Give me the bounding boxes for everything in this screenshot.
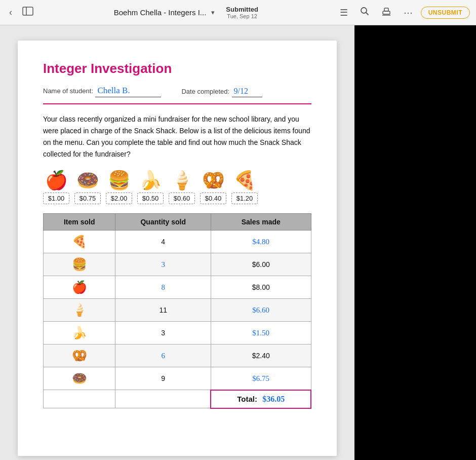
table-row: 🥨 6 $2.40 — [44, 344, 311, 367]
food-icon-col: 🍦 $0.60 — [169, 171, 195, 204]
back-button[interactable]: ‹ — [6, 5, 15, 20]
page: Integer Investigation Name of student: C… — [18, 41, 337, 456]
more-button[interactable]: ⋯ — [400, 5, 417, 20]
food-emoji: 🍩 — [76, 171, 99, 189]
date-value: 9/12 — [232, 87, 262, 97]
total-empty-1 — [44, 390, 115, 408]
price-box: $2.00 — [106, 193, 132, 204]
table-cell-qty: 6 — [115, 344, 211, 367]
table-cell-qty: 8 — [115, 276, 211, 299]
food-icon-col: 🍕 $1.20 — [231, 171, 258, 204]
food-icon-col: 🍎 $1.00 — [43, 171, 69, 204]
price-box: $1.20 — [231, 193, 258, 204]
table-cell-icon: 🍔 — [44, 253, 115, 276]
table-cell-sales: $4.80 — [211, 231, 311, 253]
list-button[interactable]: ☰ — [336, 5, 352, 20]
table-cell-sales: $1.50 — [211, 322, 311, 344]
food-emoji: 🥨 — [202, 171, 225, 189]
table-row: 🍕 4 $4.80 — [44, 231, 311, 253]
price-box: $0.60 — [169, 193, 195, 204]
submitted-date: Tue, Sep 12 — [227, 13, 257, 19]
food-icon-col: 🍌 $0.50 — [137, 171, 164, 204]
table-cell-qty: 3 — [115, 322, 211, 344]
food-icons-row: 🍎 $1.00 🍩 $0.75 🍔 $2.00 🍌 $0.50 🍦 $0.60 … — [43, 171, 311, 204]
total-row: Total: $36.05 — [44, 390, 311, 408]
price-box: $1.00 — [43, 193, 69, 204]
food-emoji: 🍦 — [171, 171, 193, 189]
table-cell-sales: $2.40 — [211, 344, 311, 367]
table-cell-icon: 🍦 — [44, 299, 115, 322]
table-row: 🍎 8 $8.00 — [44, 276, 311, 299]
doc-title: Boehm Chella - Integers I... — [114, 8, 207, 17]
total-label: Total: — [237, 395, 257, 403]
food-emoji: 🍔 — [108, 171, 131, 189]
table-cell-icon: 🍩 — [44, 367, 115, 390]
stamp-button[interactable] — [377, 4, 395, 21]
data-table: Item sold Quantity sold Sales made 🍕 4 $… — [43, 213, 311, 409]
title-chevron-button[interactable]: ▾ — [209, 8, 217, 17]
date-label: Date completed: — [181, 88, 229, 95]
table-cell-sales: $6.60 — [211, 299, 311, 322]
table-cell-icon: 🍕 — [44, 231, 115, 253]
food-emoji: 🍎 — [45, 171, 68, 189]
total-value: $36.05 — [262, 395, 285, 403]
divider — [43, 103, 311, 104]
toolbar: ‹ Boehm Chella - Integers I... ▾ Submitt… — [0, 0, 476, 25]
svg-rect-5 — [384, 8, 388, 11]
food-icon-col: 🍔 $2.00 — [106, 171, 132, 204]
svg-rect-0 — [23, 7, 33, 15]
name-value: Chella B. — [95, 86, 161, 97]
price-box: $0.75 — [74, 193, 101, 204]
food-emoji: 🍕 — [233, 171, 256, 189]
submitted-block: Submitted Tue, Sep 12 — [226, 6, 258, 19]
table-cell-icon: 🍎 — [44, 276, 115, 299]
name-field: Name of student: Chella B. — [43, 86, 161, 97]
doc-panel: Integer Investigation Name of student: C… — [0, 25, 354, 460]
sidebar-toggle-button[interactable] — [19, 5, 36, 20]
date-field: Date completed: 9/12 — [181, 87, 262, 97]
table-header-row: Item sold Quantity sold Sales made — [44, 214, 311, 231]
col-qty: Quantity sold — [115, 214, 211, 231]
total-empty-2 — [115, 390, 211, 408]
right-panel — [354, 25, 476, 460]
food-icon-col: 🍩 $0.75 — [74, 171, 101, 204]
table-cell-qty: 11 — [115, 299, 211, 322]
svg-rect-4 — [383, 11, 390, 14]
svg-line-3 — [366, 13, 368, 15]
doc-title-area: Boehm Chella - Integers I... ▾ Submitted… — [41, 6, 332, 19]
food-emoji: 🍌 — [139, 171, 162, 189]
table-row: 🍦 11 $6.60 — [44, 299, 311, 322]
total-cell: Total: $36.05 — [211, 390, 311, 408]
table-body: 🍕 4 $4.80 🍔 3 $6.00 🍎 8 $8.00 🍦 11 $6.60… — [44, 231, 311, 408]
price-box: $0.40 — [200, 193, 226, 204]
table-row: 🍩 9 $6.75 — [44, 367, 311, 390]
search-button[interactable] — [356, 5, 373, 20]
table-cell-qty: 3 — [115, 253, 211, 276]
table-cell-icon: 🥨 — [44, 344, 115, 367]
col-sales: Sales made — [211, 214, 311, 231]
name-date-row: Name of student: Chella B. Date complete… — [43, 86, 311, 97]
name-label: Name of student: — [43, 87, 93, 95]
main-area: Integer Investigation Name of student: C… — [0, 25, 476, 460]
price-box: $0.50 — [137, 193, 164, 204]
table-cell-sales: $6.75 — [211, 367, 311, 390]
submitted-label: Submitted — [226, 6, 258, 13]
food-icon-col: 🥨 $0.40 — [200, 171, 226, 204]
table-row: 🍌 3 $1.50 — [44, 322, 311, 344]
table-cell-sales: $8.00 — [211, 276, 311, 299]
unsubmit-button[interactable]: UNSUBMIT — [421, 7, 470, 19]
doc-title-heading: Integer Investigation — [43, 61, 311, 76]
table-cell-sales: $6.00 — [211, 253, 311, 276]
intro-text: Your class recently organized a mini fun… — [43, 113, 311, 160]
table-cell-qty: 4 — [115, 231, 211, 253]
table-cell-icon: 🍌 — [44, 322, 115, 344]
table-cell-qty: 9 — [115, 367, 211, 390]
table-row: 🍔 3 $6.00 — [44, 253, 311, 276]
col-item: Item sold — [44, 214, 115, 231]
